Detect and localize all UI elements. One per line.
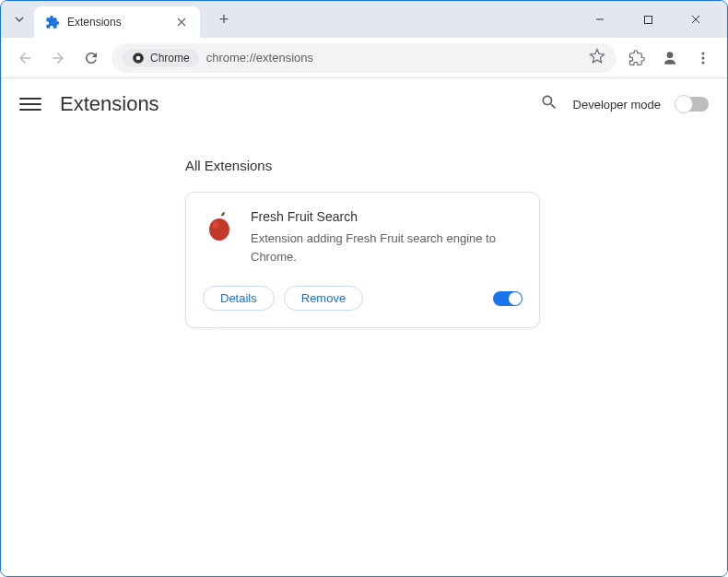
details-button[interactable]: Details bbox=[203, 286, 275, 311]
title-bar: Extensions + bbox=[1, 1, 727, 38]
puzzle-icon bbox=[45, 15, 60, 29]
chrome-chip-label: Chrome bbox=[150, 52, 190, 65]
page-header: Extensions Developer mode bbox=[1, 78, 727, 130]
developer-mode-toggle[interactable] bbox=[675, 97, 709, 112]
extensions-icon[interactable] bbox=[624, 45, 650, 71]
section-title: All Extensions bbox=[185, 158, 727, 173]
svg-rect-1 bbox=[644, 16, 652, 23]
hamburger-menu-icon[interactable] bbox=[19, 93, 41, 115]
svg-point-4 bbox=[667, 52, 674, 58]
svg-point-5 bbox=[702, 52, 705, 54]
extension-card: Fresh Fruit Search Extension adding Fres… bbox=[185, 192, 540, 328]
search-icon[interactable] bbox=[540, 93, 558, 115]
apple-icon bbox=[203, 209, 236, 242]
close-tab-icon[interactable] bbox=[174, 15, 189, 29]
chrome-chip: Chrome bbox=[123, 49, 199, 67]
svg-point-3 bbox=[136, 55, 141, 60]
extension-enable-toggle[interactable] bbox=[493, 291, 523, 306]
remove-button[interactable]: Remove bbox=[284, 286, 363, 311]
back-button[interactable] bbox=[12, 45, 38, 71]
url-text: chrome://extensions bbox=[206, 51, 313, 65]
svg-point-7 bbox=[702, 61, 705, 64]
extension-description: Extension adding Fresh Fruit search engi… bbox=[251, 230, 523, 265]
tab-dropdown-button[interactable] bbox=[8, 8, 30, 30]
reload-button[interactable] bbox=[78, 45, 104, 71]
svg-point-8 bbox=[209, 218, 229, 241]
svg-point-9 bbox=[213, 221, 218, 229]
close-window-button[interactable] bbox=[679, 6, 712, 32]
browser-tab[interactable]: Extensions bbox=[34, 6, 200, 38]
page-content: Extensions Developer mode All Extensions bbox=[1, 78, 727, 576]
window-controls bbox=[583, 6, 720, 32]
forward-button[interactable] bbox=[45, 45, 71, 71]
chrome-icon bbox=[132, 52, 145, 65]
tab-title: Extensions bbox=[67, 16, 167, 29]
profile-icon[interactable] bbox=[657, 45, 683, 71]
toolbar: Chrome chrome://extensions bbox=[1, 38, 727, 78]
page-title: Extensions bbox=[60, 92, 159, 116]
extension-name: Fresh Fruit Search bbox=[251, 209, 523, 224]
minimize-button[interactable] bbox=[583, 6, 616, 32]
svg-point-6 bbox=[702, 56, 705, 59]
developer-mode-label: Developer mode bbox=[573, 98, 661, 112]
bookmark-icon[interactable] bbox=[589, 48, 605, 68]
maximize-button[interactable] bbox=[631, 6, 664, 32]
new-tab-button[interactable]: + bbox=[211, 6, 237, 32]
menu-icon[interactable] bbox=[690, 45, 716, 71]
address-bar[interactable]: Chrome chrome://extensions bbox=[112, 43, 616, 73]
